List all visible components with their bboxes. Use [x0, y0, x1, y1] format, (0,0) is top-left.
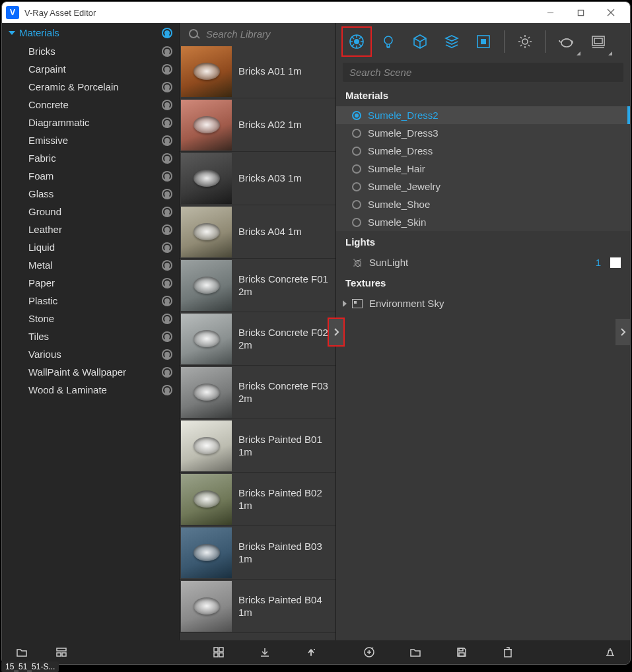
category-item[interactable]: Metal [2, 256, 179, 274]
bottom-toolbar [2, 640, 630, 664]
add-asset-button[interactable] [356, 642, 382, 662]
category-item[interactable]: Tiles [2, 327, 179, 345]
scene-search[interactable]: Search Scene [343, 63, 623, 82]
library-item[interactable]: Bricks A03 1m [180, 152, 335, 205]
category-label: Foam [28, 170, 53, 182]
teapot-render-icon[interactable] [551, 26, 582, 57]
library-thumbnail [181, 367, 232, 418]
svg-rect-26 [505, 650, 511, 657]
category-item[interactable]: Concrete [2, 96, 179, 114]
maximize-button[interactable] [565, 2, 596, 23]
category-item[interactable]: Carpaint [2, 60, 179, 78]
library-item-label: Bricks A02 1m [232, 118, 308, 131]
library-item[interactable]: Bricks Painted B03 1m [180, 526, 335, 580]
scene-material-label: Sumele_Dress3 [368, 127, 439, 139]
category-label: WallPaint & Wallpaper [28, 366, 126, 378]
category-label: Ground [28, 206, 61, 217]
settings-icon[interactable] [510, 26, 540, 57]
library-item-label: Bricks A04 1m [232, 225, 308, 238]
category-item[interactable]: Wood & Laminate [2, 381, 179, 399]
category-item[interactable]: Glass [2, 185, 179, 203]
vray-badge-icon [162, 385, 172, 395]
category-item[interactable]: Various [2, 345, 179, 363]
scene-material-item[interactable]: Sumele_Skin [336, 213, 630, 231]
scene-texture-item[interactable]: Environment Sky [336, 294, 630, 313]
frame-buffer-icon[interactable] [583, 26, 614, 57]
category-item[interactable]: Paper [2, 274, 179, 292]
scene-material-item[interactable]: Sumele_Dress2 [336, 106, 630, 124]
materials-tab-icon[interactable] [341, 26, 372, 57]
library-thumbnail [181, 207, 232, 257]
open-asset-button[interactable] [402, 642, 429, 662]
scene-panel: Search Scene Materials Sumele_Dress2Sume… [336, 23, 630, 640]
category-item[interactable]: Ceramic & Porcelain [2, 78, 179, 96]
category-item[interactable]: Liquid [2, 238, 179, 256]
svg-rect-24 [459, 648, 463, 651]
layout-button[interactable] [48, 642, 75, 662]
library-item[interactable]: Bricks Concrete F03 2m [180, 366, 335, 419]
category-item[interactable]: Stone [2, 310, 179, 327]
category-item[interactable]: Diagrammatic [2, 114, 179, 131]
scene-material-item[interactable]: Sumele_Dress3 [336, 124, 630, 142]
vray-badge-icon [162, 171, 172, 182]
expand-properties-handle[interactable] [615, 319, 630, 345]
open-folder-button[interactable] [9, 642, 35, 662]
taskbar-item[interactable]: 15_51_51-S... [1, 661, 59, 672]
category-label: Stone [28, 313, 54, 324]
save-asset-button[interactable] [448, 642, 475, 662]
svg-rect-17 [62, 653, 66, 656]
category-label: Bricks [28, 46, 55, 57]
import-right-button[interactable] [298, 642, 324, 662]
grid-view-button[interactable] [205, 642, 232, 662]
textures-tab-icon[interactable] [468, 26, 499, 57]
expand-library-handle[interactable] [329, 319, 343, 345]
vray-badge-icon [162, 207, 172, 217]
library-item[interactable]: Bricks Concrete F02 2m [180, 312, 335, 366]
search-icon [189, 29, 199, 40]
lights-tab-icon[interactable] [373, 26, 404, 57]
library-search[interactable]: Search Library [180, 23, 335, 45]
category-sidebar: Materials BricksCarpaintCeramic & Porcel… [2, 23, 180, 640]
scene-material-item[interactable]: Sumele_Shoe [336, 195, 630, 213]
category-label: Carpaint [28, 63, 66, 75]
minimize-button[interactable] [535, 2, 565, 23]
library-item[interactable]: Bricks Painted B02 1m [180, 473, 335, 526]
category-item[interactable]: WallPaint & Wallpaper [2, 363, 179, 381]
library-item[interactable]: Bricks Concrete F01 2m [180, 259, 335, 312]
scene-material-item[interactable]: Sumele_Dress [336, 142, 630, 160]
library-item[interactable]: Bricks A02 1m [180, 98, 335, 152]
delete-asset-button[interactable] [495, 642, 521, 662]
library-thumbnail [181, 153, 232, 204]
scene-light-item[interactable]: SunLight1 [336, 253, 630, 272]
library-item[interactable]: Bricks Painted B01 1m [180, 419, 335, 473]
section-materials-header: Materials [336, 84, 630, 106]
svg-rect-1 [578, 10, 583, 15]
category-item[interactable]: Leather [2, 220, 179, 238]
close-button[interactable] [596, 2, 626, 23]
category-item[interactable]: Fabric [2, 149, 179, 167]
scene-light-label: SunLight [369, 257, 408, 268]
section-textures-header: Textures [336, 272, 630, 294]
category-item[interactable]: Plastic [2, 292, 179, 310]
purge-button[interactable] [597, 642, 623, 662]
geometry-tab-icon[interactable] [405, 26, 435, 57]
scene-material-item[interactable]: Sumele_Hair [336, 160, 630, 178]
render-elements-tab-icon[interactable] [437, 26, 467, 57]
library-item-label: Bricks Concrete F03 2m [232, 380, 335, 405]
category-item[interactable]: Emissive [2, 131, 179, 149]
scene-material-item[interactable]: Sumele_Jewelry [336, 178, 630, 195]
category-item[interactable]: Foam [2, 167, 179, 185]
library-item[interactable]: Bricks Painted B04 1m [180, 580, 335, 633]
vray-badge-icon [162, 367, 172, 378]
light-color-swatch[interactable] [610, 257, 621, 268]
library-item[interactable]: Bricks A01 1m [180, 45, 335, 98]
category-item[interactable]: Bricks [2, 42, 179, 60]
vray-badge-icon [162, 135, 172, 146]
library-item[interactable]: Bricks A04 1m [180, 205, 335, 259]
svg-rect-20 [214, 653, 218, 657]
sidebar-header[interactable]: Materials [2, 23, 179, 42]
import-left-button[interactable] [252, 642, 278, 662]
expand-triangle-icon[interactable] [343, 300, 347, 307]
category-item[interactable]: Ground [2, 203, 179, 220]
library-thumbnail [181, 46, 232, 97]
